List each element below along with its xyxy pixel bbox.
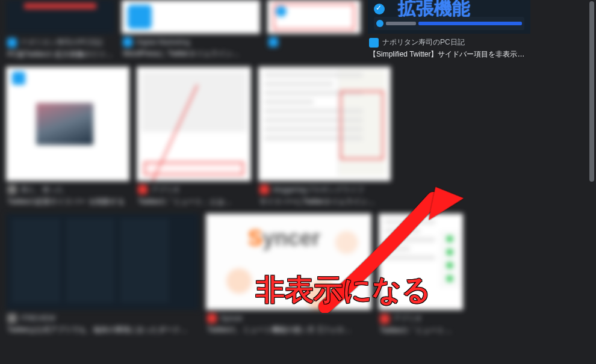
favicon-icon [369, 38, 379, 48]
result-title: サイドバーにTwitterタイムラインウィジ… [259, 197, 380, 207]
result-title: Twitterの、ミュート機能の使い方【フォロ… [207, 325, 367, 335]
result-card[interactable]: ナポリタン寿司のPC日記 PC版Twitterの 拡大画像のリツイート等履歴の… [6, 0, 114, 62]
result-card[interactable] [267, 0, 361, 62]
result-title: PC版Twitterの 拡大画像のリツイート等履歴の… [7, 50, 113, 60]
result-title: WordPressに Twitterタイムライン・サイドバー埋… [123, 49, 243, 59]
result-row: 見た、使った Twitterの拡張サイドバー を削除する アプリオ Twitte… [6, 67, 590, 209]
results-grid: ナポリタン寿司のPC日記 PC版Twitterの 拡大画像のリツイート等履歴の…… [0, 0, 596, 349]
source-label: アプリオ [393, 313, 422, 324]
result-title: Twitterの拡張サイドバー を削除する [7, 197, 128, 207]
result-card[interactable]: 見た、使った Twitterの拡張サイドバー を削除する [6, 67, 129, 209]
source-label: bloggerlogブロギングライフ [273, 185, 364, 195]
vertical-scrollbar[interactable] [588, 0, 596, 364]
source-label: 見た、使った [20, 185, 64, 195]
source-label: Syncer [220, 314, 243, 322]
result-card[interactable]: bloggerlogブロギングライフ サイドバーにTwitterタイムラインウィ… [258, 67, 391, 209]
result-card[interactable]: Syncer Syncer Twitterの、ミュート機能の使い方【フォロ… [206, 214, 371, 338]
source-label: Digital Marketing [136, 38, 190, 46]
verified-badge-icon [374, 4, 385, 14]
scrollbar-thumb[interactable] [589, 1, 594, 182]
result-title: Twitterは公式アプリでも、端末の環境に合ったダーク… [7, 325, 194, 335]
result-title: Twitterの「ミュート」と… [380, 326, 458, 336]
result-title: 【Simplified Twitter】サイドバー項目を非表示にす… [369, 50, 526, 60]
result-row: ITREVIEW Twitterは公式アプリでも、端末の環境に合ったダーク… S… [6, 214, 590, 338]
thumbnail: 拡張機能 [368, 0, 530, 34]
result-card[interactable]: アプリオ Twitterの「ミュート」と… [379, 214, 463, 338]
result-card[interactable]: Digital Marketing WordPressに Twitterタイムラ… [122, 0, 260, 62]
result-title: Twitterの「ミュート」とは… [138, 197, 250, 207]
result-card[interactable]: ITREVIEW Twitterは公式アプリでも、端末の環境に合ったダーク… [6, 214, 199, 338]
result-card[interactable]: アプリオ Twitterの「ミュート」とは… [137, 67, 251, 209]
source-label: ナポリタン寿司のPC日記 [20, 37, 103, 48]
source-label: ITREVIEW [20, 314, 55, 322]
source-label: ナポリタン寿司のPC日記 [382, 37, 465, 48]
result-row: ナポリタン寿司のPC日記 PC版Twitterの 拡大画像のリツイート等履歴の…… [6, 0, 590, 62]
source-label: アプリオ [151, 185, 180, 195]
result-card-highlighted[interactable]: 拡張機能 ナポリタン寿司のPC日記 【Simplified Twitter】サイ… [368, 0, 530, 62]
